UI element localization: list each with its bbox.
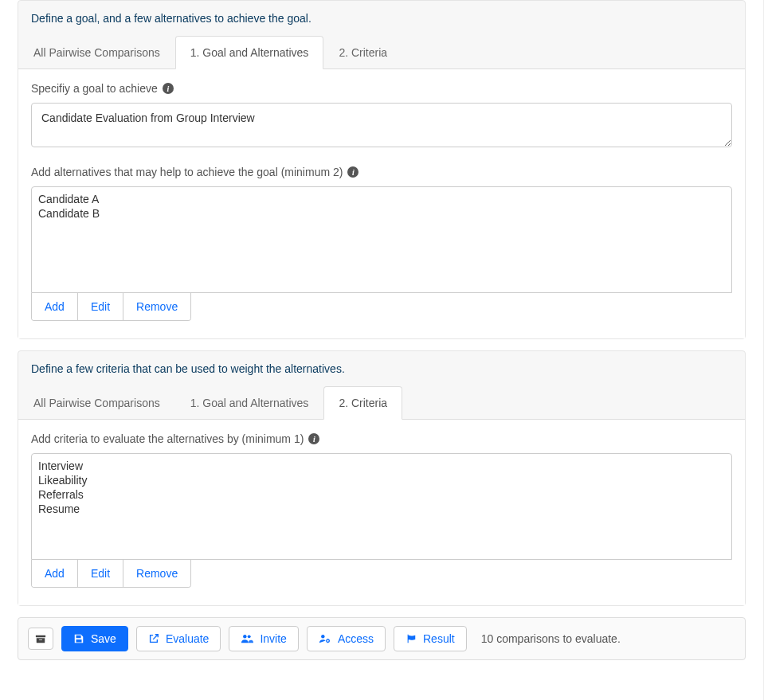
tab-all-comparisons[interactable]: All Pairwise Comparisons xyxy=(18,386,175,420)
invite-label: Invite xyxy=(260,632,286,645)
tab-row: All Pairwise Comparisons 1. Goal and Alt… xyxy=(18,36,745,68)
save-label: Save xyxy=(91,632,116,645)
edit-button[interactable]: Edit xyxy=(77,560,123,587)
evaluate-label: Evaluate xyxy=(166,632,209,645)
panel-description: Define a few criteria that can be used t… xyxy=(18,351,745,386)
tab-criteria[interactable]: 2. Criteria xyxy=(323,36,402,69)
save-icon xyxy=(73,633,84,644)
result-label: Result xyxy=(423,632,455,645)
info-icon[interactable]: i xyxy=(163,83,174,94)
comparison-status: 10 comparisons to evaluate. xyxy=(481,632,621,645)
remove-button[interactable]: Remove xyxy=(123,560,190,587)
remove-button[interactable]: Remove xyxy=(123,293,190,320)
external-link-icon xyxy=(148,633,159,644)
alternatives-label: Add alternatives that may help to achiev… xyxy=(31,166,732,178)
info-icon[interactable]: i xyxy=(347,166,358,178)
criteria-label: Add criteria to evaluate the alternative… xyxy=(31,432,732,445)
svg-rect-0 xyxy=(36,635,45,638)
svg-point-3 xyxy=(321,635,324,638)
criteria-button-group: Add Edit Remove xyxy=(31,560,191,588)
goal-label-text: Specifiy a goal to achieve xyxy=(31,82,158,95)
archive-button[interactable] xyxy=(28,628,53,650)
goal-input[interactable] xyxy=(31,103,732,147)
criteria-label-text: Add criteria to evaluate the alternative… xyxy=(31,432,304,445)
alternatives-listbox[interactable]: Candidate A Candidate B xyxy=(31,186,732,293)
tab-all-comparisons[interactable]: All Pairwise Comparisons xyxy=(18,36,175,69)
tab-row: All Pairwise Comparisons 1. Goal and Alt… xyxy=(18,386,745,419)
user-gear-icon xyxy=(319,633,331,644)
access-button[interactable]: Access xyxy=(307,626,386,651)
bottom-toolbar: Save Evaluate Invite Access Result xyxy=(18,617,746,660)
list-item[interactable]: Candidate B xyxy=(35,206,728,221)
info-icon[interactable]: i xyxy=(308,433,319,444)
add-button[interactable]: Add xyxy=(32,560,77,587)
goal-label: Specifiy a goal to achieve i xyxy=(31,82,732,95)
list-item[interactable]: Interview xyxy=(35,459,728,473)
tab-goal-alternatives[interactable]: 1. Goal and Alternatives xyxy=(175,36,324,69)
alternatives-button-group: Add Edit Remove xyxy=(31,293,191,321)
list-item[interactable]: Referrals xyxy=(35,487,728,502)
svg-point-2 xyxy=(248,635,251,638)
flag-icon xyxy=(406,633,417,644)
evaluate-button[interactable]: Evaluate xyxy=(136,626,221,651)
result-button[interactable]: Result xyxy=(394,626,467,651)
tab-content-criteria: Add criteria to evaluate the alternative… xyxy=(18,419,745,605)
list-item[interactable]: Resume xyxy=(35,502,728,516)
tab-content-goal: Specifiy a goal to achieve i Add alterna… xyxy=(18,68,745,338)
add-button[interactable]: Add xyxy=(32,293,77,320)
tab-criteria[interactable]: 2. Criteria xyxy=(323,386,402,420)
criteria-listbox[interactable]: Interview Likeability Referrals Resume xyxy=(31,453,732,560)
panel-criteria: Define a few criteria that can be used t… xyxy=(18,350,746,606)
archive-icon xyxy=(35,633,46,644)
access-label: Access xyxy=(338,632,374,645)
invite-button[interactable]: Invite xyxy=(229,626,298,651)
list-item[interactable]: Likeability xyxy=(35,473,728,487)
alternatives-label-text: Add alternatives that may help to achiev… xyxy=(31,166,343,178)
svg-point-1 xyxy=(244,635,247,638)
save-button[interactable]: Save xyxy=(61,626,128,651)
panel-description: Define a goal, and a few alternatives to… xyxy=(18,1,745,36)
users-icon xyxy=(241,633,253,644)
list-item[interactable]: Candidate A xyxy=(35,192,728,206)
tab-goal-alternatives[interactable]: 1. Goal and Alternatives xyxy=(175,386,324,420)
edit-button[interactable]: Edit xyxy=(77,293,123,320)
panel-goal-alternatives: Define a goal, and a few alternatives to… xyxy=(18,0,746,339)
